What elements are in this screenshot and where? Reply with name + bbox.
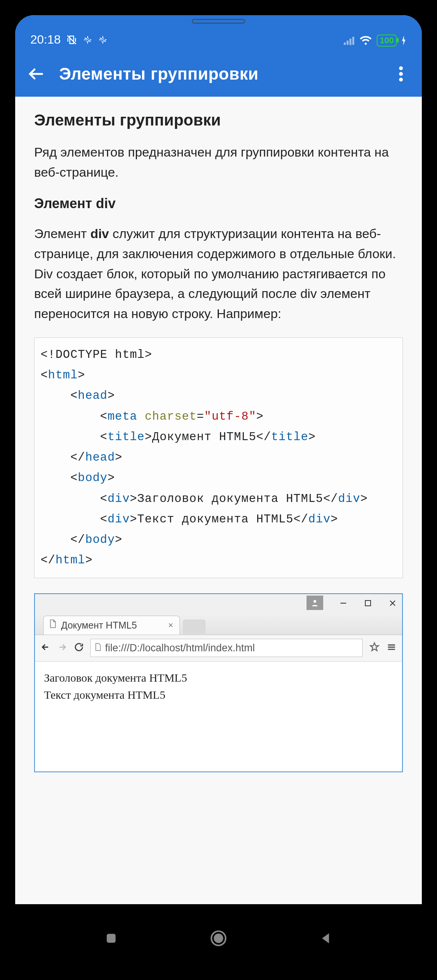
star-icon: [369, 641, 380, 654]
battery-level: 100: [380, 36, 394, 46]
close-icon: [388, 598, 397, 609]
sync-icon-2: S: [98, 35, 108, 45]
home-button[interactable]: [207, 927, 230, 950]
reload-icon: [73, 642, 84, 654]
svg-point-10: [313, 600, 316, 602]
code-example: <!DOCTYPE html> <html> <head> <meta char…: [34, 337, 403, 578]
vibrate-off-icon: [66, 34, 77, 46]
speaker-grille: [192, 19, 245, 24]
svg-text:x: x: [350, 42, 352, 46]
tab-title: Документ HTML5: [61, 620, 137, 631]
sync-icon: S: [83, 35, 93, 45]
sub-heading: Элемент div: [34, 196, 403, 212]
window-controls: [35, 594, 402, 614]
status-time: 20:18: [30, 33, 61, 47]
profile-icon: [306, 596, 323, 610]
svg-point-9: [399, 78, 403, 81]
svg-rect-11: [365, 600, 371, 606]
nav-back-button[interactable]: [314, 927, 337, 950]
address-bar: file:///D:/localhost/html/index.html: [90, 639, 363, 657]
phone-frame: 20:18 S S x 100: [8, 8, 429, 972]
charging-icon: [401, 36, 407, 46]
system-nav-bar: [15, 904, 422, 972]
new-tab-ghost: [183, 619, 206, 634]
svg-point-14: [215, 934, 223, 942]
screen: 20:18 S S x 100: [15, 15, 422, 904]
app-bar-title: Элементы группировки: [59, 64, 378, 83]
svg-point-8: [399, 72, 403, 76]
browser-screenshot: Документ HTML5 file:///D:/localhost/html…: [34, 593, 403, 772]
app-bar: Элементы группировки: [15, 51, 422, 97]
svg-rect-2: [344, 43, 346, 45]
url-text: file:///D:/localhost/html/index.html: [105, 642, 255, 654]
battery-indicator: 100: [377, 35, 397, 47]
browser-toolbar: file:///D:/localhost/html/index.html: [35, 635, 402, 662]
page-icon: [49, 619, 56, 631]
svg-text:S: S: [101, 37, 105, 43]
tab-close-icon: [167, 620, 174, 631]
minimize-icon: [338, 598, 348, 609]
div-description: Элемент div служит для структуризации ко…: [34, 224, 403, 323]
article-content: Элементы группировки Ряд элементов предн…: [15, 97, 422, 791]
nav-back-icon: [40, 642, 51, 654]
svg-rect-12: [107, 934, 115, 942]
intro-paragraph: Ряд элементов предназначен для группиров…: [34, 142, 403, 182]
more-options-button[interactable]: [388, 60, 414, 87]
svg-rect-3: [347, 41, 349, 45]
page-proto-icon: [94, 642, 101, 654]
rendered-line-1: Заголовок документа HTML5: [44, 669, 393, 686]
back-button[interactable]: [23, 60, 49, 87]
svg-point-7: [399, 66, 403, 70]
page-heading: Элементы группировки: [34, 111, 403, 129]
recents-button[interactable]: [100, 927, 123, 950]
browser-viewport: Заголовок документа HTML5 Текст документ…: [35, 662, 402, 772]
wifi-icon: [359, 35, 372, 46]
maximize-icon: [364, 599, 373, 609]
svg-text:S: S: [86, 37, 89, 43]
browser-tab: Документ HTML5: [43, 616, 180, 635]
hamburger-icon: [386, 642, 397, 654]
rendered-line-2: Текст документа HTML5: [44, 686, 393, 703]
nav-forward-icon: [57, 642, 67, 654]
signal-icon: x: [343, 36, 355, 46]
svg-rect-5: [352, 37, 354, 45]
